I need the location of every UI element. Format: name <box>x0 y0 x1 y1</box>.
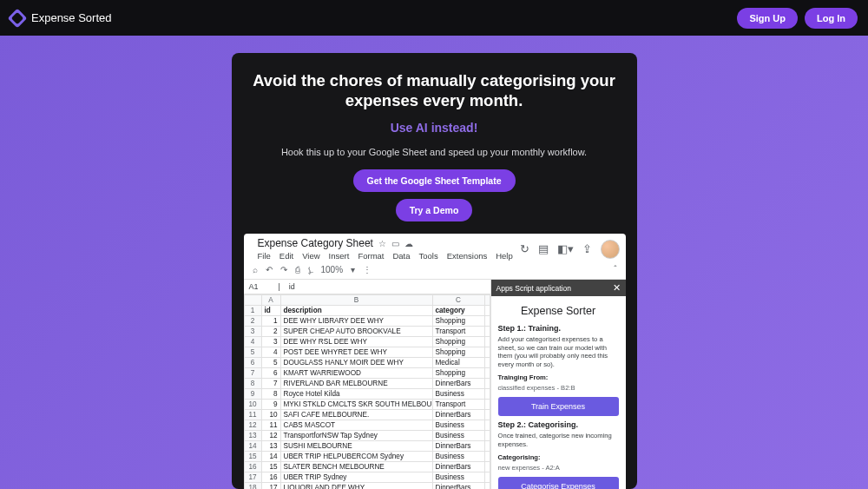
cell-category: DinnerBars <box>432 462 484 472</box>
train-expenses-button[interactable]: Train Expenses <box>498 397 619 416</box>
gs-menu-edit[interactable]: Edit <box>279 251 293 261</box>
cell-description: RIVERLAND BAR MELBOURNE <box>280 379 432 389</box>
avatar <box>601 240 620 259</box>
login-button[interactable]: Log In <box>805 8 858 29</box>
folder-icon: ▭ <box>391 239 399 248</box>
cell-description: KMART WARRIEWOOD <box>280 368 432 379</box>
cell-description: SAFI CAFE MELBOURNE. <box>280 410 432 420</box>
cell-description: SUSHI MELBOURNE <box>280 441 432 452</box>
row-header: 8 <box>244 379 261 389</box>
cell-id: 12 <box>261 431 280 441</box>
cell-description: MYKI STKLD CMCLTS SKR SOUTH MELBOURAU <box>280 400 432 410</box>
table-row: 98Royce Hotel KildaBusiness <box>244 389 490 400</box>
cell-category: DinnerBars <box>432 410 484 420</box>
apps-script-sidebar: Apps Script application ✕ Expense Sorter… <box>490 280 626 489</box>
cell-category: Business <box>432 431 484 441</box>
cell-description: Royce Hotel Kilda <box>280 389 432 400</box>
cell-category: Medical <box>432 358 484 368</box>
cell-id: 9 <box>261 400 280 410</box>
brand-logo-icon <box>8 8 28 28</box>
cell-description: DOUGLASS HANLY MOIR DEE WHY <box>280 358 432 368</box>
cell-id: 2 <box>261 327 280 337</box>
cell-description: UBER TRIP Sydney <box>280 472 432 483</box>
cell-category: Shopping <box>432 368 484 379</box>
gs-menu-help[interactable]: Help <box>496 251 513 261</box>
cell <box>484 400 490 410</box>
gs-document-title: Expense Category Sheet <box>258 237 373 249</box>
brand[interactable]: Expense Sorted <box>10 11 112 25</box>
row-header: 13 <box>244 431 261 441</box>
cell-id: 17 <box>261 483 280 489</box>
step1-desc: Add your categorised expenses to a sheet… <box>498 335 619 368</box>
cell-id: 8 <box>261 389 280 400</box>
cell-id: 16 <box>261 472 280 483</box>
gs-right-icons: ↻ ▤ ◧▾ ⇪ <box>520 240 620 259</box>
row-header: 14 <box>244 441 261 452</box>
top-nav: Expense Sorted Sign Up Log In <box>0 0 868 36</box>
cell <box>484 337 490 347</box>
gs-menu-data[interactable]: Data <box>392 251 410 261</box>
row-header: 3 <box>244 327 261 337</box>
cell <box>484 327 490 337</box>
cell <box>484 410 490 420</box>
print-icon: ⎙ <box>295 265 300 274</box>
row-header: 5 <box>244 347 261 358</box>
cell: category <box>432 306 484 316</box>
categorise-expenses-button[interactable]: Categorise Expenses <box>498 477 619 489</box>
gs-menu-extensions[interactable]: Extensions <box>447 251 487 261</box>
cell <box>484 452 490 462</box>
get-template-button[interactable]: Get the Google Sheet Template <box>353 169 516 192</box>
cell-id: 3 <box>261 337 280 347</box>
gs-menu-view[interactable]: View <box>302 251 319 261</box>
row-header: 12 <box>244 420 261 431</box>
cell-description: SUPER CHEAP AUTO BROOKVALE <box>280 327 432 337</box>
col-header <box>244 295 261 306</box>
hero-cta-group: Get the Google Sheet Template Try a Demo <box>244 169 625 221</box>
cell-category: Business <box>432 420 484 431</box>
history-icon: ↻ <box>520 242 529 255</box>
table-row: 54POST DEE WHYRET DEE WHYShopping <box>244 347 490 358</box>
cell <box>484 420 490 431</box>
cell-category: Shopping <box>432 316 484 327</box>
cell <box>484 462 490 472</box>
cell-description: POST DEE WHYRET DEE WHY <box>280 347 432 358</box>
cell-id: 13 <box>261 441 280 452</box>
table-row: 1211CABS MASCOTBusiness <box>244 420 490 431</box>
cell-description: LIQUORLAND DEE WHY <box>280 483 432 489</box>
row-header: 15 <box>244 452 261 462</box>
try-demo-button[interactable]: Try a Demo <box>396 199 473 221</box>
table-row: 1615SLATER BENCH MELBOURNEDinnerBars <box>244 462 490 472</box>
cell-category: Shopping <box>432 337 484 347</box>
gs-menu-insert[interactable]: Insert <box>329 251 350 261</box>
cell-id: 11 <box>261 420 280 431</box>
cell <box>484 347 490 358</box>
gs-menu-tools[interactable]: Tools <box>419 251 438 261</box>
cell <box>484 306 490 316</box>
row-header: 1 <box>244 306 261 316</box>
cell <box>484 483 490 489</box>
gs-menu-file[interactable]: File <box>258 251 271 261</box>
cell-category: Transport <box>432 327 484 337</box>
train-from-label: Trainging From: <box>498 373 619 381</box>
row-header: 10 <box>244 400 261 410</box>
row-header: 17 <box>244 472 261 483</box>
cell-category: Transport <box>432 400 484 410</box>
table-row: 43DEE WHY RSL DEE WHYShopping <box>244 337 490 347</box>
close-icon[interactable]: ✕ <box>613 282 621 294</box>
gs-menu-format[interactable]: Format <box>358 251 384 261</box>
cell-id: 14 <box>261 452 280 462</box>
sidebar-title: Expense Sorter <box>498 305 619 317</box>
cell: description <box>280 306 432 316</box>
share-icon: ⇪ <box>582 242 592 255</box>
undo-icon: ↶ <box>266 265 273 274</box>
cell-description: SLATER BENCH MELBOURNE <box>280 462 432 472</box>
signup-button[interactable]: Sign Up <box>737 8 798 29</box>
cell-description: TransportforNSW Tap Sydney <box>280 431 432 441</box>
nav-actions: Sign Up Log In <box>737 8 858 29</box>
gs-toolbar: ⌕ ↶ ↷ ⎙ ⍼ 100%▾ ⋮ ˆ <box>244 261 626 280</box>
cell <box>484 358 490 368</box>
table-row: 76KMART WARRIEWOODShopping <box>244 368 490 379</box>
cell-description: UBER TRIP HELPUBERCOM Sydney <box>280 452 432 462</box>
table-row: 1817LIQUORLAND DEE WHYDinnerBars <box>244 483 490 489</box>
col-header: A <box>261 295 280 306</box>
